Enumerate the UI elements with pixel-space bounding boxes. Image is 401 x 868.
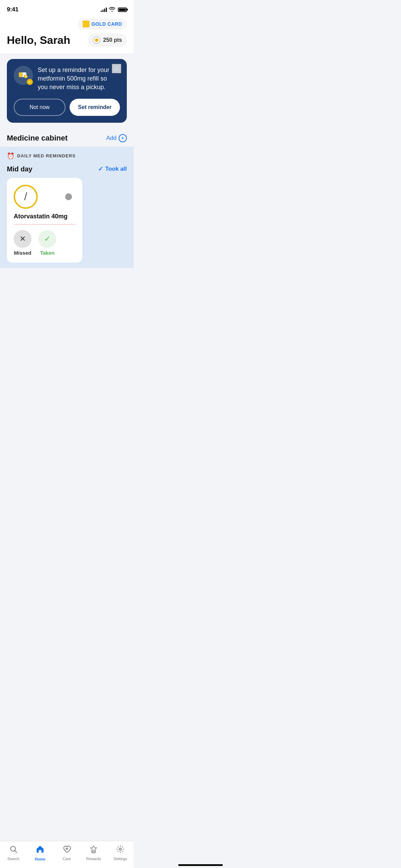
daily-med-title: DAILY MED REMINDERS [17, 153, 76, 158]
missed-circle: ✕ [14, 230, 32, 248]
gold-card-badge[interactable]: ⚡ GOLD CARD [78, 19, 127, 29]
missed-label: Missed [14, 250, 32, 256]
daily-med-header: ⏰ DAILY MED REMINDERS [7, 152, 127, 160]
gold-card-label: GOLD CARD [92, 21, 122, 27]
points-icon [93, 36, 100, 44]
add-label: Add [106, 135, 117, 142]
not-now-button[interactable]: Not now [14, 99, 65, 116]
time-slot-label: Mid day [7, 165, 32, 173]
battery-icon [118, 8, 127, 12]
wifi-icon [109, 7, 115, 13]
reminder-close-button[interactable]: ✕ [112, 64, 121, 73]
medicine-card: / Atorvastatin 40mg ✕ Missed ✓ Taken [7, 178, 82, 263]
missed-action[interactable]: ✕ Missed [14, 230, 32, 256]
medicine-actions: ✕ Missed ✓ Taken [14, 230, 75, 256]
add-circle-icon: + [119, 134, 127, 142]
medicine-icon: / [14, 185, 38, 209]
taken-circle: ✓ [38, 230, 56, 248]
taken-icon: ✓ [44, 234, 50, 243]
pill-icon: ↻ [18, 70, 28, 81]
status-time: 9:41 [7, 6, 19, 13]
medicine-cabinet-section: Medicine cabinet Add + [0, 128, 134, 145]
header-area: ⚡ GOLD CARD Hello, Sarah 250 pts [0, 17, 134, 53]
taken-label: Taken [40, 250, 54, 256]
taken-action[interactable]: ✓ Taken [38, 230, 56, 256]
points-value: 250 pts [103, 37, 122, 43]
alarm-icon: ⏰ [7, 152, 14, 160]
reminder-section: ✕ ↻ ↻ Set up a reminder for your metform… [0, 53, 134, 128]
took-all-button[interactable]: ✓ Took all [98, 165, 127, 173]
gold-card-row: ⚡ GOLD CARD [7, 19, 127, 29]
medicine-cabinet-title: Medicine cabinet [7, 134, 68, 143]
add-button[interactable]: Add + [106, 134, 127, 142]
reminder-badge: ↻ [27, 79, 33, 85]
medicine-divider [14, 224, 75, 225]
took-all-label: Took all [105, 166, 127, 172]
points-badge[interactable]: 250 pts [88, 34, 127, 47]
status-bar: 9:41 [0, 0, 134, 17]
missed-icon: ✕ [20, 234, 26, 243]
time-slot-row: Mid day ✓ Took all [7, 165, 127, 173]
greeting-text: Hello, Sarah [7, 34, 70, 47]
medicine-dot [65, 193, 72, 200]
medicine-cabinet-header: Medicine cabinet Add + [7, 134, 127, 143]
reminder-icon: ↻ ↻ [14, 66, 33, 85]
medicine-slash-icon: / [24, 190, 27, 203]
reminder-content: ↻ ↻ Set up a reminder for your metformin… [14, 66, 120, 92]
medicine-card-top: / [14, 185, 75, 209]
reminder-message: Set up a reminder for your metformin 500… [38, 66, 120, 92]
reminder-buttons: Not now Set reminder [14, 99, 120, 116]
medicine-name: Atorvastatin 40mg [14, 213, 75, 220]
reminder-card: ✕ ↻ ↻ Set up a reminder for your metform… [7, 59, 127, 123]
svg-text:↻: ↻ [25, 75, 28, 79]
greeting-row: Hello, Sarah 250 pts [7, 34, 127, 47]
gold-card-icon: ⚡ [83, 21, 89, 27]
check-icon: ✓ [98, 165, 103, 173]
status-icons [101, 7, 127, 13]
svg-rect-1 [19, 72, 23, 77]
daily-med-section: ⏰ DAILY MED REMINDERS Mid day ✓ Took all… [0, 147, 134, 268]
signal-icon [101, 7, 107, 12]
set-reminder-button[interactable]: Set reminder [70, 99, 120, 116]
